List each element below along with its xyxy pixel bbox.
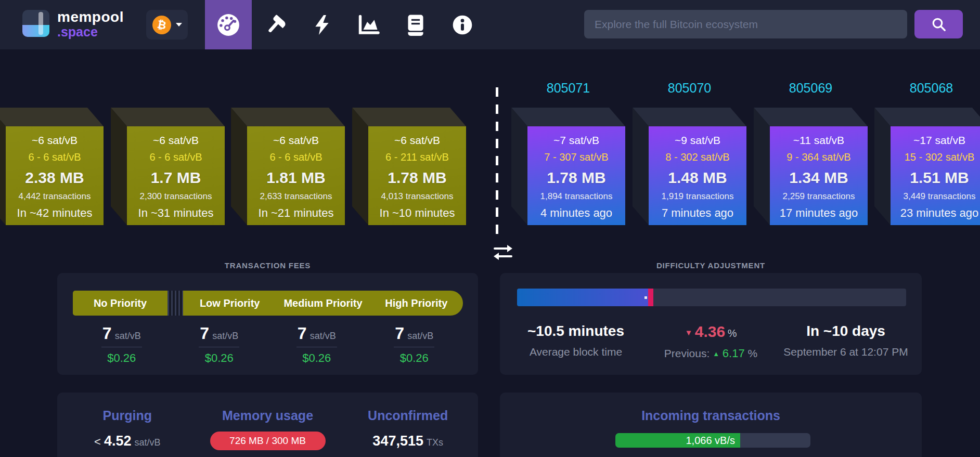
mempool-block-0[interactable]: ~6 sat/vB 6 - 6 sat/vB 2.38 MB 4,442 tra… [0, 108, 104, 225]
brand-tld: .space [57, 25, 124, 38]
search-magnifier-icon [931, 17, 947, 32]
docs-book-icon [406, 14, 425, 36]
lightning-bolt-icon [312, 14, 332, 36]
mempool-block-3[interactable]: ~6 sat/vB 6 - 211 sat/vB 1.78 MB 4,013 t… [352, 108, 466, 225]
brand-logo[interactable]: mempool .space [22, 10, 124, 38]
purging-value: <4.52sat/vB [57, 433, 198, 449]
mempool-dashboard: mempool .space ₿ [0, 0, 980, 457]
fee-tier-medium-priority[interactable]: Medium Priority [276, 291, 369, 316]
block-height-805069[interactable]: 805069 [754, 81, 868, 96]
difficulty-adjustment-card: ~10.5 minutes Average block time ▼ 4.36 … [500, 273, 922, 375]
brand-name: mempool [57, 10, 124, 24]
fee-stat-high-priority: 7sat/vB $0.26 [366, 324, 463, 365]
incoming-transactions-card: Incoming transactions 1,066 vB/s [500, 393, 922, 457]
incoming-transactions-label: Incoming transactions [500, 408, 922, 423]
area-chart-icon [358, 15, 380, 35]
transaction-fees-title: TRANSACTION FEES [57, 261, 478, 271]
chain-divider-dashed-line [496, 87, 498, 238]
fee-tier-low-priority[interactable]: Low Priority [183, 291, 276, 316]
incoming-rate-bar: 1,066 vB/s [615, 433, 810, 448]
chain-block-805070[interactable]: ~9 sat/vB 8 - 302 sat/vB 1.48 MB 1,919 t… [633, 108, 746, 225]
block-height-805070[interactable]: 805070 [633, 81, 746, 96]
difficulty-marker [648, 289, 653, 306]
triangle-down-icon: ▼ [685, 328, 693, 337]
info-circle-icon [452, 15, 473, 35]
network-selector-dropdown[interactable]: ₿ [146, 10, 188, 40]
difficulty-progress-bar [517, 289, 906, 306]
fee-stat-no-priority: 7sat/vB $0.26 [73, 324, 171, 365]
bitcoin-icon: ₿ [150, 14, 172, 35]
mempool-block-1[interactable]: ~6 sat/vB 6 - 6 sat/vB 1.7 MB 2,300 tran… [111, 108, 225, 225]
fee-stat-low-priority: 7sat/vB $0.26 [171, 324, 268, 365]
unconfirmed-label: Unconfirmed [338, 408, 478, 423]
difficulty-adjustment-title: DIFFICULTY ADJUSTMENT [500, 261, 922, 271]
navbar: mempool .space ₿ [0, 0, 980, 49]
chain-block-805068[interactable]: ~17 sat/vB 15 - 302 sat/vB 1.51 MB 3,449… [874, 108, 980, 225]
memory-usage-label: Memory usage [198, 408, 338, 423]
fee-stat-medium-priority: 7sat/vB $0.26 [268, 324, 366, 365]
purging-label: Purging [57, 408, 198, 423]
block-height-805071[interactable]: 805071 [511, 81, 625, 96]
average-block-time: ~10.5 minutes Average block time [500, 323, 652, 360]
mempool-logo-icon [22, 10, 49, 37]
mining-hammer-icon [265, 15, 286, 35]
fee-tier-no-priority[interactable]: No Priority [73, 291, 167, 316]
memory-usage-badge: 726 MB / 300 MB [210, 432, 326, 450]
triangle-up-icon: ▲ [713, 350, 719, 358]
mempool-stats-card: Purging Memory usage Unconfirmed <4.52sa… [57, 393, 478, 457]
nav-tabs [205, 0, 486, 49]
block-height-805068[interactable]: 805068 [874, 81, 980, 96]
difficulty-progress-fill [517, 289, 649, 306]
search-button[interactable] [914, 10, 963, 38]
transaction-fees-card: No Priority Low Priority Medium Priority… [57, 273, 478, 375]
tab-lightning[interactable] [299, 0, 345, 49]
difficulty-tick-dot [644, 296, 647, 299]
fee-bar-stripes [167, 291, 183, 316]
tab-dashboard[interactable] [205, 0, 252, 49]
retarget-estimate: In ~10 days September 6 at 12:07 PM [770, 323, 922, 360]
tab-mining[interactable] [252, 0, 299, 49]
tab-docs[interactable] [392, 0, 439, 49]
search-input[interactable] [584, 10, 907, 38]
mempool-block-2[interactable]: ~6 sat/vB 6 - 6 sat/vB 1.81 MB 2,633 tra… [231, 108, 345, 225]
tab-about[interactable] [439, 0, 486, 49]
chain-block-805071[interactable]: ~7 sat/vB 7 - 307 sat/vB 1.78 MB 1,894 t… [511, 108, 625, 225]
unconfirmed-value: 347,515TXs [338, 433, 478, 449]
fee-priority-bar: No Priority Low Priority Medium Priority… [73, 291, 463, 316]
chain-block-805069[interactable]: ~11 sat/vB 9 - 364 sat/vB 1.34 MB 2,259 … [754, 108, 868, 225]
dashboard-gauge-icon [216, 13, 240, 37]
tab-charts[interactable] [345, 0, 392, 49]
caret-down-icon [176, 23, 182, 27]
incoming-rate-fill: 1,066 vB/s [615, 433, 740, 448]
difficulty-change: ▼ 4.36 % Previous: ▲ 6.17 % [652, 323, 770, 360]
fee-tier-high-priority[interactable]: High Priority [370, 291, 463, 316]
